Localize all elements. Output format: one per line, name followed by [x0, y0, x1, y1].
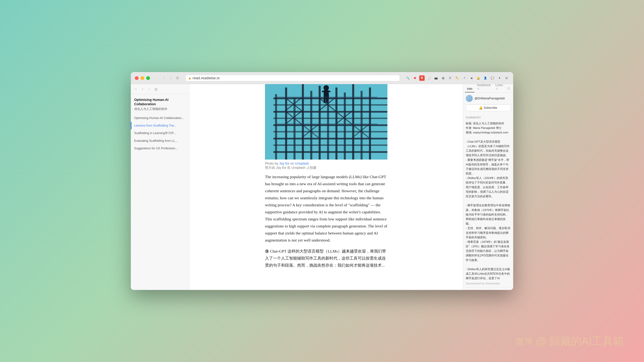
pen-icon[interactable]: ✏️ — [454, 75, 460, 81]
sidebar-expand-icon[interactable]: ◻ — [506, 85, 511, 91]
svg-rect-13 — [273, 97, 388, 99]
up-button[interactable]: ↑ — [161, 75, 167, 81]
svg-rect-36 — [322, 91, 325, 92]
sidebar-top-bar: ← ↑ ↓ ◫ — [131, 84, 189, 94]
metadata-section: METADATA Type Article Domain uxpsycholog… — [463, 288, 513, 290]
image-caption: Photo by Jay Ee on Unsplash 照片由 Jay Ee 在… — [265, 160, 388, 173]
svg-rect-18 — [273, 104, 388, 106]
sidebar-item-2[interactable]: Scaffolding in Learning学习中... — [131, 129, 189, 137]
author-name: @DrMariaPanagiotidi — [474, 96, 505, 100]
sidebar-title-section: Optimising Human-AI Collaboration 优化人与人工… — [131, 94, 189, 113]
sidebar-back-button[interactable]: ← — [134, 87, 138, 91]
bell-icon[interactable]: 🔔 — [476, 75, 481, 81]
summary-title: SUMMARY — [466, 116, 510, 119]
svg-rect-14 — [273, 111, 388, 113]
tab-notebook[interactable]: Notebook 0 — [475, 84, 493, 92]
caption-zh: 照片由 Jay Ee 在 Unsplash 上拍摄 — [265, 166, 316, 169]
svg-rect-2 — [302, 84, 304, 160]
sidebar-title-zh: 优化人与人工智能的协作 — [134, 107, 186, 111]
toolbar-icons: 🔍 ⏺ R ⬜ 📷 ▦ ☰ ✏️ ↗ ◀ 🔔 👤 💬 ⬇ ⊞ — [405, 75, 509, 81]
links-badge: 0 — [496, 87, 498, 90]
sidebar-up-button[interactable]: ↑ — [140, 87, 145, 91]
author-section: @DrMariaPanagiotidi — [463, 92, 513, 104]
article-paragraph-1: The increasing popularity of large langu… — [265, 173, 388, 244]
search-icon[interactable]: 🔍 — [405, 75, 410, 81]
main-content: Photo by Jay Ee on Unsplash 照片由 Jay Ee 在… — [190, 84, 463, 290]
summarized-by-text: Summarized by Ghostreader — [466, 282, 510, 285]
sidebar-down-button[interactable]: ↓ — [147, 87, 152, 91]
caption-prefix: Photo by — [265, 162, 279, 165]
svg-rect-21 — [273, 144, 388, 146]
screenshot-icon[interactable]: 📷 — [433, 75, 439, 81]
svg-rect-40 — [275, 97, 377, 98]
sidebar-title-en: Optimising Human-AI Collaboration — [134, 97, 186, 106]
sidebar-expand-button[interactable]: ◫ — [154, 87, 158, 91]
sidebar-toggle-button[interactable]: ☰ — [175, 75, 180, 81]
scaffolding-svg — [265, 84, 388, 160]
article-image — [265, 84, 388, 160]
chat-icon[interactable]: 💬 — [490, 75, 495, 81]
download-icon[interactable]: ⬇ — [497, 75, 502, 81]
subscribe-button[interactable]: 🔔 Subscribe — [466, 104, 510, 111]
notebook-badge: 0 — [478, 87, 479, 90]
caption-on: on — [290, 162, 295, 165]
readwise-icon[interactable]: R — [419, 75, 425, 81]
sidebar-item-3[interactable]: Evaluating Scaffolding from LL... — [131, 137, 189, 145]
nav-buttons: ← ↑ ↓ ☰ — [155, 75, 180, 81]
avatar — [466, 95, 473, 102]
article-body: The increasing popularity of large langu… — [265, 173, 388, 280]
address-bar[interactable]: 🔒 read.readwise.io — [186, 75, 400, 81]
platform-link[interactable]: Unsplash — [295, 162, 309, 165]
person-icon[interactable]: 👤 — [483, 75, 488, 81]
weibo-icon: 微博 — [515, 336, 533, 347]
prev-icon[interactable]: ◀ — [468, 75, 474, 81]
down-button[interactable]: ↓ — [168, 75, 174, 81]
svg-rect-8 — [294, 97, 296, 160]
sidebar-item-0[interactable]: Optimising Human-AI Collaboration... — [131, 114, 189, 122]
tab-links[interactable]: Links 0 — [494, 84, 505, 92]
svg-rect-5 — [352, 84, 354, 160]
right-sidebar: Info Notebook 0 Links 0 ◻ @DrMariaPanagi… — [463, 84, 513, 290]
list-icon[interactable]: ☰ — [448, 75, 453, 81]
summary-text: 标题: 优化人与人工智能的协作 作者: Maria Panagiotidi 博士… — [466, 121, 510, 281]
close-button[interactable] — [135, 76, 138, 80]
tab-info[interactable]: Info — [465, 86, 474, 92]
svg-rect-19 — [273, 118, 388, 119]
summary-section: SUMMARY 标题: 优化人与人工智能的协作 作者: Maria Panagi… — [463, 114, 513, 288]
svg-rect-16 — [273, 138, 388, 139]
svg-rect-41 — [275, 123, 377, 124]
svg-rect-37 — [327, 91, 330, 92]
grid2-icon[interactable]: ⊞ — [504, 75, 509, 81]
article-paragraph-2: 像 Chat-GPT 这样的大型语言模型（LLMs）越来越受欢迎，将我们带入了一… — [265, 248, 388, 269]
right-sidebar-tabs: Info Notebook 0 Links 0 ◻ — [463, 84, 513, 92]
subscribe-label: Subscribe — [484, 106, 497, 110]
browser-window: ← ↑ ↓ ☰ 🔒 read.readwise.io 🔍 ⏺ R ⬜ 📷 ▦ ☰… — [131, 72, 513, 290]
svg-rect-38 — [324, 98, 326, 103]
minimize-button[interactable] — [140, 76, 144, 80]
url-text: read.readwise.io — [192, 76, 220, 80]
grid-icon[interactable]: ▦ — [440, 75, 446, 81]
maximize-button[interactable] — [146, 76, 150, 80]
sidebar-item-4[interactable]: Suggestions for UX Profession... — [131, 145, 189, 152]
left-sidebar: ← ↑ ↓ ◫ Optimising Human-AI Collaboratio… — [131, 84, 190, 290]
sidebar-nav-items: Optimising Human-AI Collaboration... Les… — [131, 113, 189, 153]
browser-body: ← ↑ ↓ ◫ Optimising Human-AI Collaboratio… — [131, 84, 513, 290]
watermark: 微博 @ 歸藏的AI工具箱 — [515, 334, 624, 349]
extension-icon[interactable]: ⬜ — [426, 75, 432, 81]
subscribe-icon: 🔔 — [479, 106, 483, 110]
lock-icon: 🔒 — [188, 77, 191, 79]
arrow-icon[interactable]: ↗ — [462, 75, 467, 81]
traffic-lights — [135, 76, 150, 80]
sidebar-item-1[interactable]: Lessons from Scaffolding The... — [131, 122, 189, 129]
svg-rect-17 — [273, 151, 388, 153]
record-icon[interactable]: ⏺ — [412, 75, 418, 81]
svg-rect-7 — [275, 94, 277, 160]
title-bar: ← ↑ ↓ ☰ 🔒 read.readwise.io 🔍 ⏺ R ⬜ 📷 ▦ ☰… — [131, 72, 513, 84]
back-button[interactable]: ← — [155, 75, 160, 81]
author-link[interactable]: Jay Ee — [279, 162, 290, 165]
svg-rect-20 — [273, 131, 388, 132]
svg-rect-15 — [273, 124, 388, 126]
svg-point-34 — [324, 85, 329, 90]
svg-rect-39 — [326, 98, 328, 103]
watermark-handle: @ 歸藏的AI工具箱 — [536, 334, 624, 349]
